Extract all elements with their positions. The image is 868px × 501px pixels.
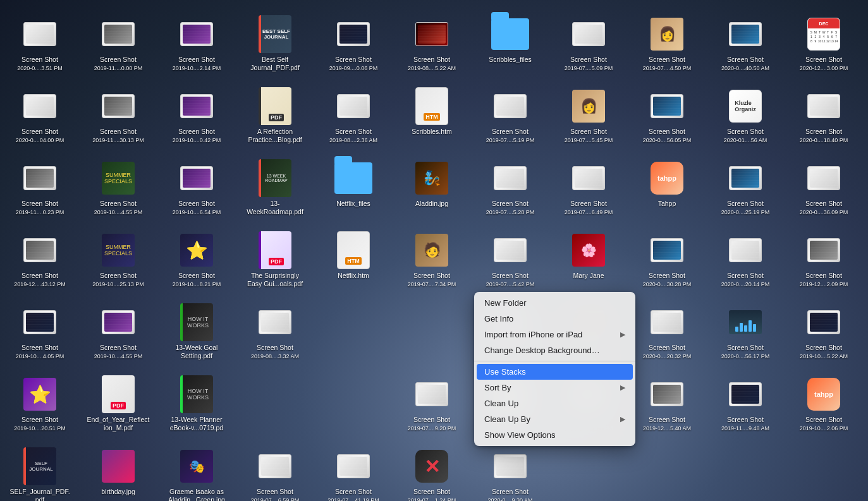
list-item[interactable]: Screen Shot2020-0....56.17 PM [711, 299, 780, 369]
list-item[interactable]: Screen Shot2020-0....25.19 PM [711, 155, 780, 225]
list-item[interactable]: ✕ Screen Shot2019-07....1.24 PM [397, 444, 467, 501]
list-item[interactable]: Screen Shot2020-0....18.40 PM [789, 83, 859, 153]
menu-item-clean-up-by[interactable]: Clean Up By ▶ [474, 411, 635, 427]
list-item[interactable]: Screen Shot2019-10....4.55 PM [83, 299, 153, 369]
list-item[interactable]: SUMMERSPECIALS Screen Shot2019-10....25.… [83, 227, 153, 297]
submenu-arrow-icon: ▶ [620, 383, 625, 392]
menu-item-clean-up[interactable]: Clean Up [474, 395, 635, 411]
list-item[interactable]: HTM Netflix.htm [319, 227, 388, 297]
list-item[interactable]: Netflix_files [319, 155, 388, 225]
list-item[interactable]: Screen Shot2019-11....9.48 AM [711, 371, 780, 441]
list-item[interactable]: Screen Shot2020-0....20.32 PM [632, 299, 702, 369]
list-item[interactable]: birthday.jpg [83, 444, 153, 501]
menu-item-import-iphone[interactable]: Import from iPhone or iPad ▶ [474, 327, 635, 342]
list-item[interactable]: SUMMERSPECIALS Screen Shot2019-10....4.5… [83, 155, 153, 225]
menu-item-new-folder[interactable]: New Folder [474, 295, 635, 311]
list-item[interactable]: ⭐ Screen Shot2019-10....20.51 PM [5, 371, 75, 441]
menu-separator [474, 361, 635, 361]
list-item[interactable]: Screen Shot2020-0....04.00 PM [5, 83, 75, 153]
menu-item-use-stacks[interactable]: Use Stacks [477, 364, 633, 380]
context-menu: New Folder Get Info Import from iPhone o… [474, 292, 635, 446]
list-item[interactable]: HOW ITWORKS 13-Week Goal Setting.pdf [162, 299, 231, 369]
list-item[interactable]: Screen Shot2019-10....0.42 PM [162, 83, 231, 153]
menu-item-change-desktop[interactable]: Change Desktop Background… [474, 342, 635, 358]
list-item[interactable]: Screen Shot2019-11....0.23 PM [5, 155, 75, 225]
list-item[interactable]: Screen Shot2019-10....2.14 PM [162, 11, 231, 81]
list-item[interactable]: 👩 Screen Shot2019-07....5.45 PM [554, 83, 623, 153]
icon-grid: Screen Shot2020-0....3.51 PM Screen Shot… [0, 6, 868, 495]
list-item[interactable]: Screen Shot2019-12....2.09 PM [789, 227, 859, 297]
list-item[interactable]: 🌸 Mary Jane [554, 227, 623, 297]
list-item[interactable]: HTM Scribbles.htm [397, 83, 467, 153]
list-item[interactable]: tahpp Screen Shot2019-10....2.06 PM [789, 371, 859, 441]
list-item[interactable]: Screen Shot2019-10....6.54 PM [162, 155, 231, 225]
list-item[interactable]: tahpp Tahpp [632, 155, 702, 225]
list-item[interactable]: HOW ITWORKS 13-Week Planner eBook-v...07… [162, 371, 231, 441]
list-item[interactable]: Screen Shot2019-11....0.00 PM [83, 11, 153, 81]
menu-item-get-info[interactable]: Get Info [474, 311, 635, 327]
list-item[interactable]: Screen Shot2019-07....41.19 PM [319, 444, 388, 501]
list-item[interactable]: Screen Shot2019-08....3.32 AM [240, 299, 310, 369]
list-item[interactable]: Screen Shot2020-0....20.14 PM [711, 227, 780, 297]
list-item[interactable]: Screen Shot2020-0....56.05 PM [632, 83, 702, 153]
list-item[interactable]: Screen Shot2020-0....40.50 AM [711, 11, 780, 81]
list-item[interactable]: Screen Shot2020-0....36.09 PM [789, 155, 859, 225]
menu-item-show-view-options[interactable]: Show View Options [474, 427, 635, 443]
list-item[interactable]: 🎭 Graeme Isaako as Aladdin...Green.jpg [162, 444, 231, 501]
list-item[interactable]: Screen Shot2019-10....5.22 AM [789, 299, 859, 369]
submenu-arrow-icon: ▶ [620, 330, 625, 339]
list-item[interactable]: Screen Shot2019-08....2.36 AM [319, 83, 388, 153]
list-item[interactable]: Screen Shot2019-07....6.59 PM [240, 444, 310, 501]
list-item[interactable]: Screen Shot2019-07....5.19 PM [475, 83, 545, 153]
list-item[interactable]: Screen Shot2020-0....3.51 PM [5, 11, 75, 81]
list-item[interactable]: BEST SELFJOURNAL Best Self Journal_PDF.p… [240, 11, 310, 81]
list-item[interactable]: Screen Shot2019-08....5.22 AM [397, 11, 467, 81]
list-item[interactable]: Screen Shot2019-07....6.49 PM [554, 155, 623, 225]
list-item[interactable]: Screen Shot2019-11....30.13 PM [83, 83, 153, 153]
list-item[interactable]: DEC SMTWTFS 1234567 891011121314 Screen … [789, 11, 859, 81]
list-item[interactable]: 🧑 Screen Shot2019-07....7.34 PM [397, 227, 467, 297]
list-item[interactable]: PDF The Surprisingly Easy Gui...oals.pdf [240, 227, 310, 297]
list-item[interactable]: Screen Shot2019-07....9.20 PM [397, 371, 467, 441]
menu-item-sort-by[interactable]: Sort By ▶ [474, 380, 635, 395]
list-item[interactable]: 13 WEEKROADMAP 13-WeekRoadmap.pdf [240, 155, 310, 225]
list-item[interactable]: Screen Shot2019-07....5.28 PM [475, 155, 545, 225]
submenu-arrow-icon: ▶ [620, 415, 625, 423]
list-item[interactable]: Scribbles_files [475, 11, 545, 81]
list-item[interactable]: SELFJOURNAL SELF_Journal_PDF.pdf [5, 444, 75, 501]
list-item[interactable]: PDF A Reflection Practice...Blog.pdf [240, 83, 310, 153]
list-item[interactable]: 🧞 Aladdin.jpg [397, 155, 467, 225]
list-item[interactable]: Screen Shot2019-07....5.42 PM [475, 227, 545, 297]
list-item[interactable]: Screen Shot2019-10....4.05 PM [5, 299, 75, 369]
list-item[interactable]: ⭐ Screen Shot2019-10....8.21 PM [162, 227, 231, 297]
list-item[interactable]: Screen Shot2019-09....0.06 PM [319, 11, 388, 81]
list-item[interactable]: Screen Shot2019-12....43.12 PM [5, 227, 75, 297]
list-item[interactable]: Screen Shot2020-0....30.28 PM [632, 227, 702, 297]
desktop[interactable]: Screen Shot2020-0....3.51 PM Screen Shot… [0, 0, 868, 501]
list-item[interactable]: Screen Shot2019-12....5.40 AM [632, 371, 702, 441]
list-item[interactable]: 👩 Screen Shot2019-07....4.50 PM [632, 11, 702, 81]
list-item[interactable]: Screen Shot2019-07....5.09 PM [554, 11, 623, 81]
list-item[interactable]: KluzleOrganiz Screen Shot2020-01....56 A… [711, 83, 780, 153]
list-item[interactable]: PDF End_of_Year_Reflection_M.pdf [83, 371, 153, 441]
list-item[interactable]: Screen Shot2020-0....9.30 AM [475, 444, 545, 501]
